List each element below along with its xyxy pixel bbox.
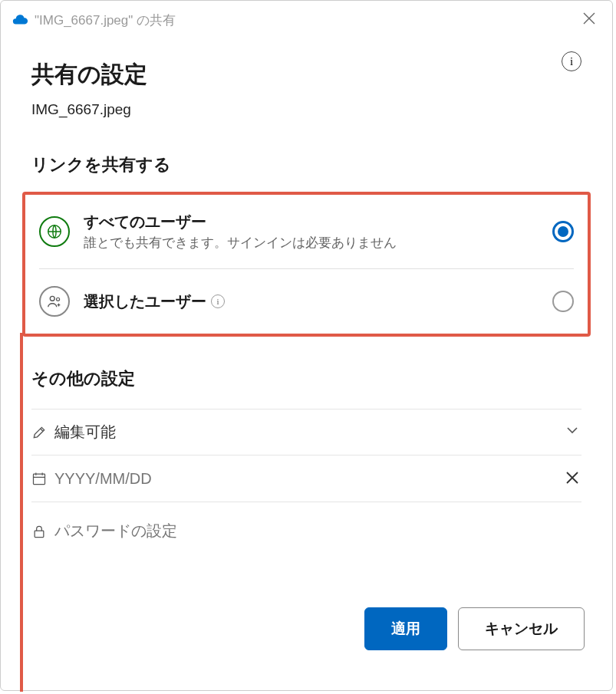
- option-selected-users-label: 選択したユーザー: [84, 291, 206, 312]
- password-row[interactable]: [31, 502, 581, 552]
- svg-rect-4: [35, 531, 44, 537]
- option-everyone-title: すべてのユーザー: [84, 212, 552, 232]
- titlebar: "IMG_6667.jpeg" の共有: [1, 1, 612, 36]
- pencil-icon: [31, 425, 54, 440]
- apply-button[interactable]: 適用: [364, 607, 447, 650]
- svg-point-2: [57, 298, 60, 301]
- option-everyone-desc: 誰とでも共有できます。サインインは必要ありません: [84, 234, 552, 252]
- link-options-highlight: すべてのユーザー 誰とでも共有できます。サインインは必要ありません 選択したユー…: [22, 192, 591, 337]
- filename-label: IMG_6667.jpeg: [31, 101, 581, 118]
- lock-icon: [31, 524, 54, 539]
- globe-icon: [39, 216, 70, 247]
- link-share-heading: リンクを共有する: [31, 153, 581, 176]
- expiry-date-row[interactable]: [31, 456, 581, 502]
- chevron-down-icon: [563, 423, 581, 441]
- expiry-date-input[interactable]: [54, 470, 563, 488]
- clear-date-icon[interactable]: [563, 468, 581, 489]
- people-icon: [39, 286, 70, 317]
- option-everyone-text: すべてのユーザー 誰とでも共有できます。サインインは必要ありません: [84, 212, 552, 252]
- permission-value: 編集可能: [54, 422, 563, 442]
- annotation-line: [20, 333, 23, 692]
- radio-everyone[interactable]: [552, 221, 574, 242]
- button-row: 適用 キャンセル: [364, 607, 585, 650]
- option-selected-users-text: 選択したユーザー i: [84, 291, 552, 312]
- option-selected-users-title: 選択したユーザー i: [84, 291, 552, 312]
- option-everyone[interactable]: すべてのユーザー 誰とでも共有できます。サインインは必要ありません: [25, 195, 588, 268]
- svg-point-1: [50, 296, 54, 301]
- calendar-icon: [31, 471, 54, 486]
- info-icon[interactable]: i: [562, 51, 581, 71]
- cancel-button[interactable]: キャンセル: [458, 607, 585, 650]
- close-icon[interactable]: [580, 10, 598, 30]
- share-settings-dialog: "IMG_6667.jpeg" の共有 i 共有の設定 IMG_6667.jpe…: [0, 0, 613, 691]
- info-small-icon[interactable]: i: [211, 294, 225, 308]
- svg-rect-3: [34, 474, 45, 484]
- onedrive-cloud-icon: [12, 12, 28, 28]
- password-input[interactable]: [54, 522, 581, 540]
- radio-selected-users[interactable]: [552, 291, 574, 312]
- page-title: 共有の設定: [31, 59, 581, 90]
- content-area: i 共有の設定 IMG_6667.jpeg リンクを共有する すべてのユーザー …: [1, 36, 612, 552]
- option-selected-users[interactable]: 選択したユーザー i: [25, 269, 588, 334]
- other-settings-list: 編集可能: [31, 409, 581, 552]
- permission-dropdown[interactable]: 編集可能: [31, 409, 581, 456]
- titlebar-text: "IMG_6667.jpeg" の共有: [35, 12, 580, 29]
- other-settings-heading: その他の設定: [31, 367, 581, 390]
